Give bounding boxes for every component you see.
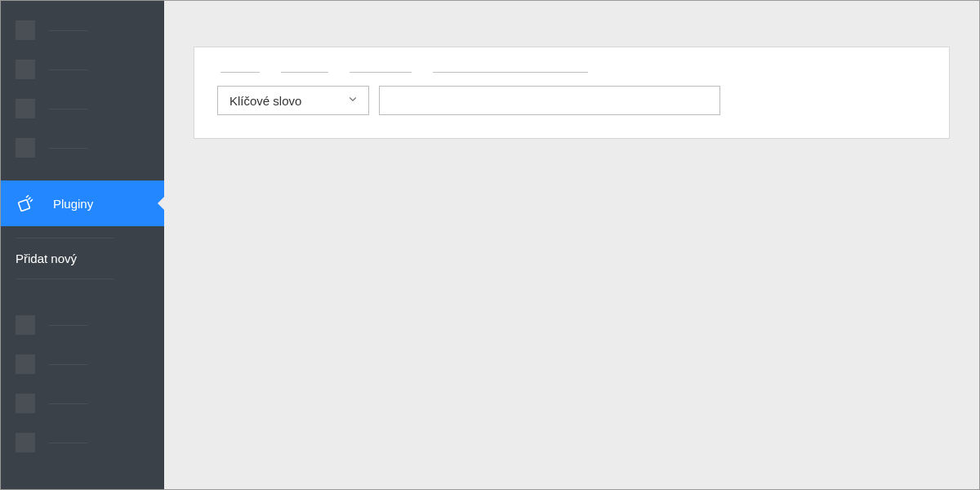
placeholder-label [48, 325, 87, 326]
placeholder-label [48, 403, 87, 404]
search-row: Klíčové slovo [217, 86, 926, 115]
sidebar-bottom-group [1, 296, 164, 467]
sidebar-item-placeholder[interactable] [1, 305, 164, 345]
tab-placeholder[interactable] [220, 72, 260, 73]
sidebar-item-placeholder[interactable] [1, 384, 164, 423]
sidebar-item-placeholder[interactable] [1, 345, 164, 384]
placeholder-icon [16, 138, 35, 158]
sidebar-item-placeholder[interactable] [1, 423, 164, 462]
placeholder-icon [16, 433, 35, 452]
svg-line-3 [27, 196, 29, 198]
select-label: Klíčové slovo [229, 94, 301, 108]
sidebar-sub-add-new[interactable]: Přidat nový [1, 243, 164, 274]
placeholder-label [48, 30, 87, 31]
placeholder-icon [16, 394, 35, 413]
sidebar-item-placeholder[interactable] [1, 11, 164, 50]
tab-placeholder[interactable] [433, 72, 588, 73]
sidebar-item-label: Pluginy [53, 197, 93, 211]
placeholder-label [48, 364, 87, 365]
placeholder-icon [16, 20, 35, 40]
svg-line-2 [31, 200, 33, 202]
filter-tabs [217, 67, 926, 68]
placeholder-icon [16, 99, 35, 118]
placeholder-label [48, 443, 87, 443]
search-input[interactable] [379, 86, 720, 115]
filter-panel: Klíčové slovo [194, 47, 950, 139]
admin-sidebar: Pluginy Přidat nový [1, 1, 164, 489]
search-type-select[interactable]: Klíčové slovo [217, 86, 369, 115]
submenu-divider [16, 238, 114, 238]
tab-placeholder[interactable] [350, 72, 412, 73]
placeholder-icon [16, 315, 35, 335]
submenu-divider [16, 278, 114, 279]
placeholder-label [48, 109, 87, 109]
sidebar-top-group [1, 1, 164, 172]
svg-rect-0 [18, 199, 29, 211]
sidebar-submenu: Přidat nový [1, 226, 164, 296]
placeholder-icon [16, 60, 35, 79]
placeholder-label [48, 69, 87, 70]
plugin-icon [16, 193, 37, 214]
tab-placeholder[interactable] [281, 72, 328, 73]
main-content: Klíčové slovo [164, 1, 979, 489]
placeholder-icon [16, 354, 35, 374]
svg-line-1 [29, 198, 30, 199]
chevron-down-icon [347, 94, 359, 108]
sidebar-item-placeholder[interactable] [1, 50, 164, 89]
placeholder-label [48, 148, 87, 149]
sidebar-item-plugins[interactable]: Pluginy [1, 180, 164, 226]
sidebar-item-placeholder[interactable] [1, 89, 164, 128]
sidebar-item-placeholder[interactable] [1, 128, 164, 167]
